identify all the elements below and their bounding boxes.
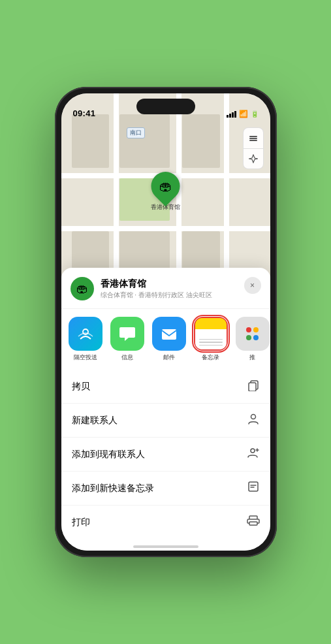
map-layers-button[interactable] xyxy=(243,127,264,148)
svg-point-8 xyxy=(251,449,255,453)
person-add-icon xyxy=(247,446,260,462)
venue-header: 🏟 香港体育馆 综合体育馆 · 香港特别行政区 油尖旺区 × xyxy=(61,277,270,309)
svg-rect-10 xyxy=(249,516,257,519)
dynamic-island xyxy=(136,99,195,114)
phone-frame: 09:41 📶 🔋 xyxy=(55,87,277,557)
print-label: 打印 xyxy=(72,517,90,528)
venue-icon: 🏟 xyxy=(71,277,94,300)
home-indicator xyxy=(133,545,198,548)
add-notes-label: 添加到新快速备忘录 xyxy=(72,483,154,494)
action-add-notes[interactable]: 添加到新快速备忘录 xyxy=(61,471,270,505)
action-list: 拷贝 新建联系人 xyxy=(61,367,270,541)
share-item-messages[interactable]: 信息 xyxy=(108,317,146,362)
status-time: 09:41 xyxy=(73,108,96,118)
svg-rect-1 xyxy=(249,138,257,139)
wifi-icon: 📶 xyxy=(239,110,248,118)
print-icon xyxy=(247,514,260,530)
messages-label: 信息 xyxy=(121,353,133,362)
svg-rect-11 xyxy=(249,522,257,525)
person-icon xyxy=(247,412,260,428)
marker-icon: 🏟 xyxy=(159,179,172,194)
stadium-marker: 🏟 香港体育馆 xyxy=(151,172,180,212)
mail-icon xyxy=(152,317,186,351)
more-icon xyxy=(236,317,270,351)
map-label-text: 南口 xyxy=(130,129,142,136)
share-row: 隔空投送 信息 xyxy=(61,309,270,367)
add-existing-label: 添加到现有联系人 xyxy=(72,449,145,460)
marker-pin: 🏟 xyxy=(145,166,185,206)
bottom-sheet: 🏟 香港体育馆 综合体育馆 · 香港特别行政区 油尖旺区 × xyxy=(61,268,270,551)
svg-rect-2 xyxy=(249,136,257,137)
svg-rect-6 xyxy=(249,383,256,391)
svg-rect-9 xyxy=(249,482,258,491)
share-item-mail[interactable]: 邮件 xyxy=(150,317,188,362)
copy-label: 拷贝 xyxy=(72,381,90,393)
new-contact-label: 新建联系人 xyxy=(72,415,118,427)
note-icon xyxy=(247,480,260,496)
copy-icon xyxy=(247,378,260,394)
signal-icon xyxy=(227,111,236,118)
venue-name: 香港体育馆 xyxy=(101,278,261,290)
action-new-contact[interactable]: 新建联系人 xyxy=(61,403,270,437)
battery-icon: 🔋 xyxy=(251,110,259,118)
svg-rect-0 xyxy=(249,140,257,141)
airdrop-icon xyxy=(69,317,102,351)
notes-label: 备忘录 xyxy=(202,353,219,362)
share-item-airdrop[interactable]: 隔空投送 xyxy=(67,317,104,362)
status-icons: 📶 🔋 xyxy=(227,110,259,118)
svg-point-7 xyxy=(251,415,255,419)
map-location-button[interactable] xyxy=(243,148,264,169)
share-item-more[interactable]: 推 xyxy=(234,317,270,362)
action-add-existing[interactable]: 添加到现有联系人 xyxy=(61,437,270,471)
share-item-notes[interactable]: 备忘录 xyxy=(192,317,230,362)
close-button[interactable]: × xyxy=(244,277,261,294)
action-copy[interactable]: 拷贝 xyxy=(61,370,270,403)
mail-label: 邮件 xyxy=(163,353,175,362)
map-controls xyxy=(243,127,264,169)
action-print[interactable]: 打印 xyxy=(61,505,270,539)
airdrop-label: 隔空投送 xyxy=(74,353,97,362)
venue-subtitle: 综合体育馆 · 香港特别行政区 油尖旺区 xyxy=(101,291,261,300)
more-label: 推 xyxy=(249,353,255,362)
messages-icon xyxy=(110,317,144,351)
svg-rect-4 xyxy=(162,329,176,340)
venue-info: 香港体育馆 综合体育馆 · 香港特别行政区 油尖旺区 xyxy=(101,278,261,300)
notes-icon xyxy=(194,317,228,351)
phone-screen: 09:41 📶 🔋 xyxy=(61,93,270,551)
map-label: 南口 xyxy=(127,127,145,138)
